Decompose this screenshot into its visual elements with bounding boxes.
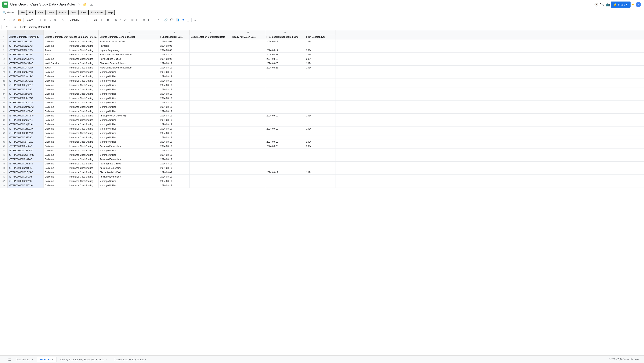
cell-i45[interactable]: 2024	[305, 170, 336, 174]
cell-e40[interactable]: 2024-08-19	[159, 149, 190, 153]
cell-g43[interactable]	[231, 162, 265, 166]
history-button[interactable]: 🕐	[594, 2, 599, 8]
cell-h28[interactable]	[265, 96, 305, 100]
cell-h22[interactable]	[265, 74, 305, 79]
cell-f46[interactable]	[190, 175, 231, 179]
cell-b43[interactable]: California	[44, 162, 68, 166]
cell-i8[interactable]: 2024	[305, 48, 336, 52]
cell-d44[interactable]: Adelanto Elementary	[98, 166, 159, 170]
cell-f23[interactable]	[190, 79, 231, 83]
functions-button[interactable]: ∑	[186, 17, 190, 23]
cell-i25[interactable]	[305, 87, 336, 92]
cell-d46[interactable]: Adelanto Elementary	[98, 175, 159, 179]
cell-h31[interactable]	[265, 109, 305, 113]
link-button[interactable]: 🔗	[163, 17, 169, 23]
cell-b24[interactable]: California	[44, 83, 68, 87]
cell-i43[interactable]	[305, 162, 336, 166]
cell-c47[interactable]: Insurance Cost-Sharing	[68, 179, 98, 183]
cell-e31[interactable]: 2024-08-19	[159, 109, 190, 113]
cell-i12[interactable]: 2024	[305, 57, 336, 61]
cell-g37[interactable]	[231, 135, 265, 140]
cell-c12[interactable]: Insurance Cost-Sharing	[68, 57, 98, 61]
cell-d37[interactable]: Morongo Unified	[98, 135, 159, 140]
cell-f29[interactable]	[190, 101, 231, 105]
font-size-input[interactable]: 10	[92, 18, 99, 22]
cell-f3[interactable]	[190, 40, 231, 44]
menu-item-format[interactable]: Format	[56, 10, 68, 15]
cell-h16[interactable]: 2024-08-28	[265, 66, 305, 70]
cell-e34[interactable]: 2024-08-19	[159, 122, 190, 127]
cell-a20[interactable]: a3TRP000000KbbJ2AS	[8, 70, 44, 74]
cell-f8[interactable]	[190, 48, 231, 52]
cell-f39[interactable]	[190, 144, 231, 148]
menu-item-file[interactable]: File	[18, 10, 27, 15]
cell-c16[interactable]: Insurance Cost-Sharing	[68, 66, 98, 70]
cell-a43[interactable]: a3TRP000000Kc4L2AS	[8, 162, 44, 166]
cell-d31[interactable]: Morongo Unified	[98, 109, 159, 113]
font-family-selector[interactable]: Default...	[68, 18, 85, 22]
cell-g42[interactable]	[231, 157, 265, 161]
cell-e12[interactable]: 2024-08-08	[159, 57, 190, 61]
cell-a47[interactable]: a3TRP000000KcIr2AK	[8, 179, 44, 183]
cell-d39[interactable]: Adelanto Elementary	[98, 144, 159, 148]
cell-b42[interactable]: California	[44, 157, 68, 161]
col-header-e[interactable]: E	[159, 30, 190, 35]
cell-h34[interactable]	[265, 122, 305, 127]
cell-d20[interactable]: Morongo Unified	[98, 70, 159, 74]
cell-d49[interactable]: Morongo Unified	[98, 183, 159, 188]
cell-a6[interactable]: a3TRP000000K62r2AC	[8, 44, 44, 48]
cell-g3[interactable]	[231, 40, 265, 44]
cell-i41[interactable]	[305, 153, 336, 157]
cell-f20[interactable]	[190, 70, 231, 74]
cell-c23[interactable]: Insurance Cost-Sharing	[68, 79, 98, 83]
cell-h13[interactable]: 2024-09-26	[265, 61, 305, 66]
cell-i46[interactable]	[305, 175, 336, 179]
cell-a45[interactable]: a3TRP000000KCEj2AO	[8, 170, 44, 174]
cell-e33[interactable]: 2024-08-19	[159, 118, 190, 122]
bold-button[interactable]: B	[106, 17, 110, 23]
cell-b31[interactable]: California	[44, 109, 68, 113]
cell-e38[interactable]: 2024-08-19	[159, 140, 190, 144]
cell-b27[interactable]: California	[44, 92, 68, 96]
cell-i37[interactable]	[305, 135, 336, 140]
cell-a38[interactable]: a3TRP000000KbTF2A0	[8, 140, 44, 144]
cell-c6[interactable]: Insurance Cost-Sharing	[68, 44, 98, 48]
cell-c49[interactable]: Insurance Cost-Sharing	[68, 183, 98, 188]
cell-h30[interactable]	[265, 105, 305, 109]
cell-g45[interactable]	[231, 170, 265, 174]
cell-e43[interactable]: 2024-08-19	[159, 162, 190, 166]
cell-b47[interactable]: California	[44, 179, 68, 183]
cell-e22[interactable]: 2024-08-19	[159, 74, 190, 79]
align-button[interactable]: ≡	[142, 17, 146, 23]
cell-d47[interactable]: Morongo Unified	[98, 179, 159, 183]
cell-b16[interactable]: Texas	[44, 66, 68, 70]
cell-f44[interactable]	[190, 166, 231, 170]
cell-d9[interactable]: Hays Consolidated Independent	[98, 53, 159, 57]
cell-a22[interactable]: a3TRP000000Kbcv2AC	[8, 74, 44, 79]
cell-c24[interactable]: Insurance Cost-Sharing	[68, 83, 98, 87]
cell-i29[interactable]	[305, 101, 336, 105]
cell-e20[interactable]: 2024-08-19	[159, 70, 190, 74]
cell-g1[interactable]: Ready for Match Date	[231, 35, 265, 39]
cell-i22[interactable]	[305, 74, 336, 79]
cell-i40[interactable]	[305, 149, 336, 153]
cell-a12[interactable]: a3TRP000000KAMb2AO	[8, 57, 44, 61]
cell-d6[interactable]: Palmdale	[98, 44, 159, 48]
cell-d36[interactable]: Morongo Unified	[98, 131, 159, 135]
cell-b36[interactable]: California	[44, 131, 68, 135]
cell-f22[interactable]	[190, 74, 231, 79]
cell-c8[interactable]: Insurance Cost-Sharing	[68, 48, 98, 52]
cell-b34[interactable]: California	[44, 122, 68, 127]
cell-b46[interactable]: California	[44, 175, 68, 179]
cell-e28[interactable]: 2024-08-19	[159, 96, 190, 100]
cell-c13[interactable]: Insurance Cost-Sharing	[68, 61, 98, 66]
col-header-c[interactable]: C	[68, 30, 98, 35]
cell-g39[interactable]	[231, 144, 265, 148]
cell-i9[interactable]: 2024	[305, 53, 336, 57]
increase-decimal-button[interactable]: .00	[52, 17, 58, 23]
cell-a35[interactable]: a3TRP000000KbRd2AK	[8, 127, 44, 131]
cell-b38[interactable]: California	[44, 140, 68, 144]
cell-i39[interactable]: 2024	[305, 144, 336, 148]
cell-d35[interactable]: Morongo Unified	[98, 127, 159, 131]
cell-g28[interactable]	[231, 96, 265, 100]
